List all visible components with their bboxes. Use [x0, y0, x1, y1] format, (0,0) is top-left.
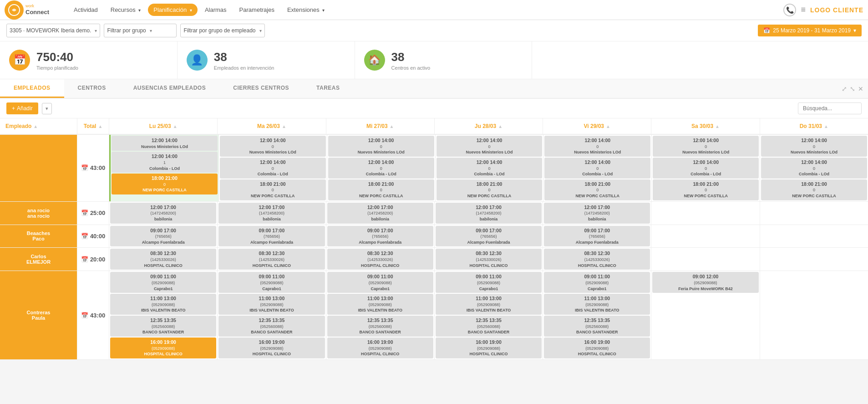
sort-employee[interactable]: ▲ [33, 124, 38, 129]
employee-cell-4[interactable]: CarlosELMEJOR [0, 248, 77, 271]
nav-parametrajes[interactable]: Parametrajes [234, 4, 280, 16]
sort-ma[interactable]: ▲ [282, 124, 286, 129]
sort-sa[interactable]: ▲ [715, 124, 720, 129]
slot[interactable]: 12:35 13:35 (052560088) BANCO SANTANDER [327, 316, 433, 337]
logo-text: work Connect [25, 4, 49, 15]
sort-mi[interactable]: ▲ [390, 124, 394, 129]
add-button[interactable]: + Añadir [6, 102, 38, 114]
slot[interactable]: 09:00 17:00 (765656) Alcampo Fuenlabrada [327, 226, 433, 247]
slot[interactable]: 18:00 21:00 0 NEW PORC CASTILLA [328, 179, 434, 200]
close-tab-icon[interactable]: ✕ [858, 85, 863, 92]
slot[interactable]: 09:00 17:00 (765656) Alcampo Fuenlabrada [436, 226, 542, 247]
stat-empleados-icon: 👤 [187, 50, 208, 71]
slot[interactable]: 12:00 14:00 0 Nuevos Ministerios LOd [220, 136, 326, 157]
table-row: CarlosELMEJOR 📅 20:00 08:30 12:30 (14253… [0, 248, 868, 271]
slot[interactable]: 12:00 14:00 1 Colombia - LOd [112, 152, 218, 173]
nav-actividad[interactable]: Actividad [68, 4, 103, 16]
slot[interactable]: 09:00 12:00 (052909088) Feria Puire Move… [652, 272, 758, 293]
slot[interactable]: 12:00 14:00 0 Colombia - LOd [544, 158, 650, 179]
employee-cell-5[interactable]: ContrerasPaula [0, 271, 77, 359]
phone-icon[interactable]: 📞 [783, 4, 796, 16]
slot[interactable]: 11:00 13:00 (052909088) IBIS VALENTIN BE… [436, 294, 542, 315]
tab-tareas[interactable]: TAREAS [303, 79, 353, 98]
sort-total[interactable]: ▲ [98, 124, 102, 129]
employee-group-filter[interactable]: Filtrar por grupo de empleado ▾ [180, 24, 264, 37]
slot[interactable]: 12:00 14:00 Nuevos Ministerios LOd [112, 136, 218, 151]
slot[interactable]: 12:00 14:00 0 Colombia - LOd [761, 158, 867, 179]
tab-centros[interactable]: CENTROS [64, 79, 120, 98]
slot[interactable]: 12:00 14:00 0 Nuevos Ministerios LOd [653, 136, 759, 157]
slot[interactable]: 12:00 17:00 (1472458200) babilonia [436, 203, 542, 224]
slot[interactable]: 09:00 11:00 (052909088) Caprabo1 [218, 272, 325, 293]
slot[interactable]: 12:00 14:00 0 Nuevos Ministerios LOd [544, 136, 650, 157]
slot[interactable]: 11:00 13:00 (052909088) IBIS VALENTIN BE… [218, 294, 325, 315]
slot[interactable]: 12:35 13:35 (052560088) BANCO SANTANDER [544, 316, 650, 337]
slot[interactable]: 12:00 14:00 0 Colombia - LOd [328, 158, 434, 179]
slot[interactable]: 11:00 13:00 (052909088) IBIS VALENTIN BE… [544, 294, 650, 315]
sort-vi[interactable]: ▲ [606, 124, 610, 129]
nav-planificacion[interactable]: Planificación ▾ [148, 4, 198, 16]
slot[interactable]: 12:35 13:35 (052560088) BANCO SANTANDER [436, 316, 542, 337]
slot[interactable]: 12:35 13:35 (052560088) BANCO SANTANDER [110, 316, 216, 337]
nav-extensiones[interactable]: Extensiones ▾ [282, 4, 330, 16]
slot[interactable]: 09:00 11:00 (052909088) Caprabo1 [544, 272, 650, 293]
group-filter[interactable]: Filtrar por grupo ▾ [104, 24, 177, 37]
slot[interactable]: 12:00 14:00 0 Colombia - LOd [653, 158, 759, 179]
day-sa-3 [651, 225, 760, 248]
slot[interactable]: 12:00 14:00 0 Colombia - LOd [437, 158, 543, 179]
sort-lu[interactable]: ▲ [173, 124, 178, 129]
slot[interactable]: 16:00 19:00 (052909088) HOSPITAL CLINICO [544, 338, 650, 358]
date-range-button[interactable]: 📅 25 Marzo 2019 - 31 Marzo 2019 ▾ [758, 25, 862, 36]
slot[interactable]: 18:00 21:00 0 NEW PORC CASTILLA [112, 174, 218, 194]
add-dropdown-button[interactable]: ▾ [42, 103, 52, 114]
slot[interactable]: 18:00 21:00 0 NEW PORC CASTILLA [544, 179, 650, 200]
slot[interactable]: 18:00 21:00 0 NEW PORC CASTILLA [761, 179, 867, 200]
tab-ausencias[interactable]: AUSENCIAS EMPLEADOS [120, 79, 220, 98]
tab-cierres[interactable]: CIERRES CENTROS [219, 79, 303, 98]
slot[interactable]: 12:00 17:00 (1472458200) babilonia [544, 203, 650, 224]
slot[interactable]: 12:00 14:00 0 Nuevos Ministerios LOd [328, 136, 434, 157]
menu-icon[interactable]: ≡ [801, 5, 806, 15]
slot[interactable]: 09:00 11:00 (052909088) Caprabo1 [110, 272, 216, 293]
slot[interactable]: 12:00 17:00 (1472458200) babilonia [110, 203, 216, 224]
slot[interactable]: 18:00 21:00 0 NEW PORC CASTILLA [437, 179, 543, 200]
employee-cell-1[interactable] [0, 135, 77, 201]
slot[interactable]: 12:00 14:00 0 Nuevos Ministerios LOd [761, 136, 867, 157]
sort-ju[interactable]: ▲ [498, 124, 503, 129]
slot[interactable]: 08:30 12:30 (1425330026) HOSPITAL CLINIC… [544, 249, 650, 270]
slot[interactable]: 16:00 19:00 (052909088) HOSPITAL CLINICO [436, 338, 542, 358]
employee-cell-3[interactable]: BeaachesPaco [0, 225, 77, 248]
sort-do[interactable]: ▲ [824, 124, 828, 129]
slot[interactable]: 11:00 13:00 (052909088) IBIS VALENTIN BE… [327, 294, 433, 315]
slot[interactable]: 09:00 11:00 (052909088) Caprabo1 [327, 272, 433, 293]
slot[interactable]: 16:00 19:00 (052909088) HOSPITAL CLINICO [218, 338, 325, 358]
slot[interactable]: 08:30 12:30 (1425330026) HOSPITAL CLINIC… [436, 249, 542, 270]
slot[interactable]: 12:00 14:00 0 Nuevos Ministerios LOd [437, 136, 543, 157]
nav-recursos[interactable]: Recursos ▾ [105, 4, 147, 16]
slot[interactable]: 12:00 17:00 (1472458200) babilonia [218, 203, 325, 224]
slot[interactable]: 09:00 17:00 (765656) Alcampo Fuenlabrada [218, 226, 325, 247]
search-input[interactable] [798, 102, 862, 114]
slot[interactable]: 08:30 12:30 (1425330026) HOSPITAL CLINIC… [218, 249, 325, 270]
slot[interactable]: 08:30 12:30 (1425330026) HOSPITAL CLINIC… [327, 249, 433, 270]
minimize-icon[interactable]: ⤡ [850, 85, 855, 92]
tab-empleados[interactable]: EMPLEADOS [0, 79, 64, 98]
stat-empleados-value: 38 [214, 50, 274, 64]
employee-cell-2[interactable]: ana rocio ana rocio [0, 202, 77, 225]
nav-alarmas[interactable]: Alarmas [199, 4, 232, 16]
slot[interactable]: 09:00 17:00 (765656) Alcampo Fuenlabrada [110, 226, 216, 247]
slot[interactable]: 12:35 13:35 (052560088) BANCO SANTANDER [218, 316, 325, 337]
slot[interactable]: 09:00 17:00 (765656) Alcampo Fuenlabrada [544, 226, 650, 247]
slot[interactable]: 12:00 14:00 0 Colombia - LOd [220, 158, 326, 179]
slot[interactable]: 09:00 11:00 (052909088) Caprabo1 [436, 272, 542, 293]
slot[interactable]: 16:00 19:00 (052909088) HOSPITAL CLINICO [327, 338, 433, 358]
slot[interactable]: 08:30 12:30 (1425330026) HOSPITAL CLINIC… [110, 249, 216, 270]
slot[interactable]: 12:00 17:00 (1472458200) babilonia [327, 203, 433, 224]
company-filter[interactable]: 3305 · MOVEWORK Iberia demo. ▾ [6, 24, 100, 37]
day-mi-4: 08:30 12:30 (1425330026) HOSPITAL CLINIC… [326, 248, 435, 271]
slot[interactable]: 16:00 19:00 (052909088) HOSPITAL CLINICO [110, 338, 216, 358]
expand-icon[interactable]: ⤢ [842, 85, 847, 92]
slot[interactable]: 18:00 21:00 0 NEW PORC CASTILLA [220, 179, 326, 200]
slot[interactable]: 11:00 13:00 (052909088) IBIS VALENTIN BE… [110, 294, 216, 315]
slot[interactable]: 18:00 21:00 0 NEW PORC CASTILLA [653, 179, 759, 200]
